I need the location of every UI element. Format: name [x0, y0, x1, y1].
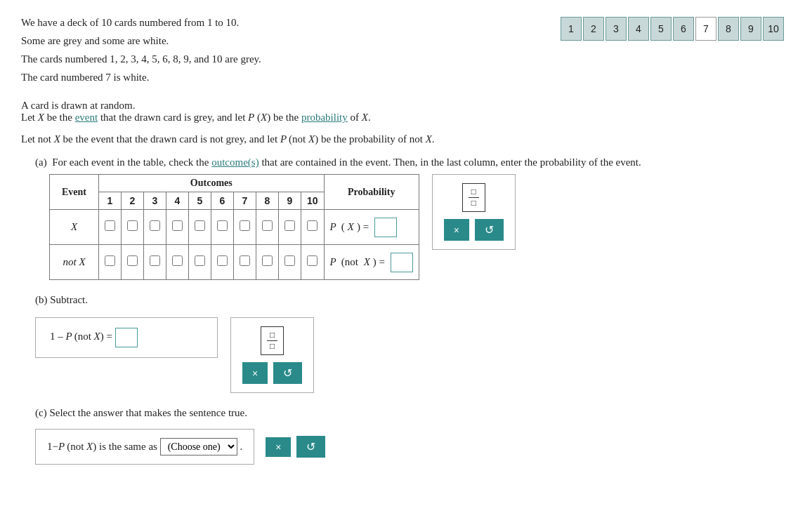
- notx-outcome-1[interactable]: [99, 245, 122, 280]
- notx-cb-2[interactable]: [127, 255, 138, 266]
- outcome-3-header: 3: [144, 192, 166, 210]
- part-c-sentence-text: 1−P (not X) is the same as (Choose one) …: [47, 438, 242, 455]
- x-cb-7[interactable]: [240, 220, 250, 231]
- fraction-display: □ □: [462, 183, 485, 212]
- outcome-8-header: 8: [256, 192, 279, 210]
- prob-notx-cell: P (not X) =: [324, 245, 419, 280]
- notx-cb-10[interactable]: [307, 255, 318, 266]
- card-10: 10: [763, 17, 784, 41]
- part-b-side-panel: □ □ × ↺: [230, 317, 314, 393]
- part-c-x-button[interactable]: ×: [266, 437, 291, 457]
- notx-cb-4[interactable]: [172, 255, 183, 266]
- part-a-undo-button[interactable]: ↺: [475, 219, 504, 241]
- prob-x-formula: P (X) =: [330, 218, 413, 237]
- part-a-label: (a) For each event in the table, check t…: [35, 157, 784, 168]
- intro-line1: We have a deck of 10 cards numbered from…: [21, 14, 532, 31]
- x-cb-8[interactable]: [262, 220, 273, 231]
- part-b-fraction-display: □ □: [261, 326, 284, 355]
- intro-line4: The card numbered 7 is white.: [21, 69, 532, 86]
- x-cb-10[interactable]: [307, 220, 318, 231]
- part-b-undo-button[interactable]: ↺: [273, 362, 302, 384]
- intro-section: We have a deck of 10 cards numbered from…: [21, 14, 784, 87]
- outcome-4-header: 4: [166, 192, 189, 210]
- prob-x-input[interactable]: [374, 218, 397, 237]
- part-b-section: (b) Subtract. 1 – P (not X) = □ □ × ↺: [21, 294, 784, 393]
- x-cb-4[interactable]: [172, 220, 183, 231]
- notx-outcome-10[interactable]: [301, 245, 325, 280]
- x-outcome-7[interactable]: [234, 210, 256, 245]
- intro-line3: The cards numbered 1, 2, 3, 4, 5, 6, 8, …: [21, 51, 532, 67]
- notx-cb-3[interactable]: [150, 255, 160, 266]
- card-5: 5: [650, 17, 672, 41]
- notx-outcome-2[interactable]: [122, 245, 144, 280]
- part-a-x-button[interactable]: ×: [444, 219, 469, 241]
- x-outcome-5[interactable]: [189, 210, 211, 245]
- x-cb-2[interactable]: [127, 220, 138, 231]
- part-c-btns: × ↺: [266, 436, 325, 458]
- event-notx-cell: not X: [50, 245, 99, 280]
- x-cb-6[interactable]: [217, 220, 228, 231]
- probability-header: Probability: [324, 175, 419, 210]
- notx-cb-7[interactable]: [240, 255, 250, 266]
- part-b-label: (b) Subtract.: [35, 294, 784, 306]
- x-outcome-8[interactable]: [256, 210, 279, 245]
- x-outcome-3[interactable]: [144, 210, 166, 245]
- notx-outcome-8[interactable]: [256, 245, 279, 280]
- x-outcome-6[interactable]: [211, 210, 234, 245]
- part-b-formula-box: 1 – P (not X) =: [35, 317, 218, 358]
- outcome-6-header: 6: [211, 192, 234, 210]
- part-b-content: 1 – P (not X) = □ □ × ↺: [35, 317, 784, 393]
- part-b-action-btns: × ↺: [242, 362, 302, 384]
- notx-cb-8[interactable]: [262, 255, 273, 266]
- random-draw-section: A card is drawn at random. Let X be the …: [21, 100, 784, 124]
- part-b-x-button[interactable]: ×: [242, 362, 268, 384]
- choose-one-dropdown[interactable]: (Choose one) P(X) P(not X) 1 0: [160, 438, 237, 455]
- notx-cb-9[interactable]: [284, 255, 295, 266]
- part-a-side-panel: □ □ × ↺: [432, 174, 516, 250]
- x-cb-3[interactable]: [150, 220, 160, 231]
- notx-outcome-9[interactable]: [279, 245, 301, 280]
- card-4: 4: [628, 17, 649, 41]
- notx-outcome-3[interactable]: [144, 245, 166, 280]
- x-outcome-4[interactable]: [166, 210, 189, 245]
- outcome-10-header: 10: [301, 192, 325, 210]
- notx-cb-1[interactable]: [105, 255, 115, 266]
- outcome-2-header: 2: [122, 192, 144, 210]
- card-2: 2: [583, 17, 604, 41]
- x-cb-9[interactable]: [284, 220, 295, 231]
- prob-notx-input[interactable]: [391, 253, 413, 272]
- probability-link[interactable]: probability: [301, 112, 348, 123]
- part-c-undo-button[interactable]: ↺: [296, 436, 325, 458]
- not-x-definition: Let not X be the event that the drawn ca…: [21, 133, 784, 145]
- x-cb-1[interactable]: [105, 220, 115, 231]
- x-cb-5[interactable]: [195, 220, 205, 231]
- card-7: 7: [695, 17, 716, 41]
- table-wrapper: Event Outcomes Probability 1 2 3 4 5 6 7…: [49, 174, 784, 280]
- notx-outcome-5[interactable]: [189, 245, 211, 280]
- notx-outcome-7[interactable]: [234, 245, 256, 280]
- part-b-fraction-icon[interactable]: □ □: [261, 326, 284, 355]
- outcome-5-header: 5: [189, 192, 211, 210]
- fraction-icon[interactable]: □ □: [462, 183, 485, 212]
- part-b-frac-num: □: [267, 330, 277, 341]
- part-b-input[interactable]: [115, 328, 138, 347]
- random-draw-line: A card is drawn at random.: [21, 100, 784, 112]
- part-b-frac-den: □: [267, 341, 277, 352]
- card-3: 3: [606, 17, 627, 41]
- x-outcome-2[interactable]: [122, 210, 144, 245]
- notx-outcome-6[interactable]: [211, 245, 234, 280]
- outcomes-link[interactable]: outcome(s): [211, 157, 258, 168]
- event-link[interactable]: event: [75, 112, 98, 123]
- frac-numerator: □: [469, 187, 479, 198]
- notx-outcome-4[interactable]: [166, 245, 189, 280]
- notx-cb-6[interactable]: [217, 255, 228, 266]
- outcomes-header: Outcomes: [99, 175, 325, 192]
- notx-cb-5[interactable]: [195, 255, 205, 266]
- x-outcome-9[interactable]: [279, 210, 301, 245]
- x-outcome-1[interactable]: [99, 210, 122, 245]
- outcome-7-header: 7: [234, 192, 256, 210]
- x-outcome-10[interactable]: [301, 210, 325, 245]
- card-9: 9: [740, 17, 761, 41]
- outcomes-table: Event Outcomes Probability 1 2 3 4 5 6 7…: [49, 174, 419, 280]
- part-c-label: (c) Select the answer that makes the sen…: [35, 407, 784, 419]
